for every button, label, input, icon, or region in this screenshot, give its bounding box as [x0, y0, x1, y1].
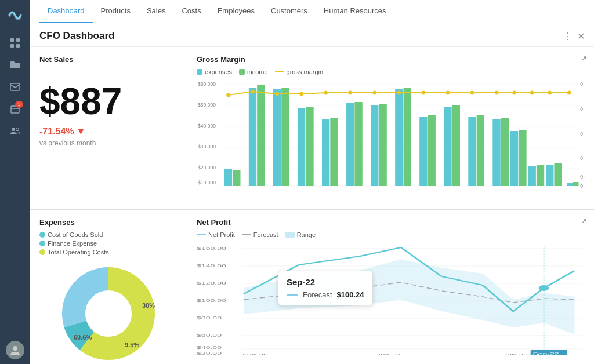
panel-title: CFO Dashboard [39, 30, 114, 42]
net-profit-line-icon [197, 234, 206, 235]
svg-rect-0 [10, 38, 14, 42]
cfo-dashboard-panel: CFO Dashboard ⋮ ✕ Net Sales $887 -71.54%… [30, 23, 594, 364]
svg-point-57 [324, 91, 328, 95]
svg-rect-3 [16, 44, 20, 48]
dashboard-content: CFO Dashboard ⋮ ✕ Net Sales $887 -71.54%… [30, 23, 594, 364]
svg-rect-42 [477, 115, 484, 186]
gross-margin-chart: $60,000 $50,000 $40,000 $30,000 $20,000 … [197, 79, 585, 191]
nav-sales[interactable]: Sales [139, 0, 174, 23]
svg-text:$20.00: $20.00 [197, 351, 222, 355]
forecast-legend-label: Forecast [253, 231, 278, 238]
legend-finance: Finance Expense [39, 240, 178, 247]
users-icon[interactable] [5, 122, 26, 140]
svg-text:$30,000: $30,000 [198, 144, 216, 150]
user-avatar[interactable] [6, 341, 24, 359]
range-area-icon [285, 232, 295, 238]
nav-customers[interactable]: Customers [263, 0, 316, 23]
calendar-badge: 3 [15, 101, 23, 108]
net-profit-expand-icon[interactable]: ↗ [581, 217, 587, 225]
svg-point-94 [86, 292, 131, 336]
expenses-card: Expenses Cost of Goods Sold Finance Expe… [30, 210, 187, 364]
svg-text:$40,000: $40,000 [198, 123, 216, 129]
svg-text:$60,000: $60,000 [198, 81, 216, 87]
svg-text:0.25: 0.25 [580, 81, 585, 87]
svg-text:0.05: 0.05 [580, 174, 585, 180]
legend-total-ops: Total Operating Costs [39, 249, 178, 256]
gross-margin-legend: expenses income gross margin [197, 68, 585, 75]
svg-rect-33 [371, 105, 378, 186]
gross-margin-title: Gross Margin [197, 55, 585, 64]
svg-rect-41 [468, 117, 476, 186]
legend-total-ops-label: Total Operating Costs [48, 249, 109, 256]
svg-point-65 [512, 91, 516, 95]
legend-gross-margin-label: gross margin [287, 68, 324, 75]
range-legend-label: Range [297, 231, 316, 238]
net-profit-card: Net Profit ↗ Net Profit Forecast [187, 210, 594, 364]
mail-icon[interactable] [5, 78, 26, 96]
expenses-title: Expenses [39, 218, 178, 227]
top-navigation: Dashboard Products Sales Costs Employees… [30, 0, 594, 23]
svg-text:0: 0 [580, 183, 583, 189]
svg-rect-4 [10, 83, 20, 90]
svg-rect-48 [537, 165, 544, 186]
svg-rect-32 [354, 102, 362, 186]
nav-employees[interactable]: Employees [209, 0, 263, 23]
nav-human-resources[interactable]: Human Resources [316, 0, 394, 23]
nav-products[interactable]: Products [93, 0, 139, 23]
net-sales-title: Net Sales [39, 55, 178, 64]
svg-rect-38 [428, 115, 436, 186]
legend-income-dot [239, 69, 245, 75]
donut-svg: 60.6% 30% 9.5% [56, 261, 161, 364]
folder-icon[interactable] [5, 56, 26, 74]
net-sales-card: Net Sales $887 -71.54% ▼ vs previous mon… [30, 47, 187, 209]
logo [5, 5, 26, 26]
svg-text:$50,000: $50,000 [198, 102, 216, 108]
nav-dashboard[interactable]: Dashboard [39, 0, 93, 23]
grid-icon[interactable] [5, 34, 26, 52]
svg-text:$80.00: $80.00 [197, 315, 222, 320]
expenses-legend: Cost of Goods Sold Finance Expense Total… [39, 231, 178, 256]
svg-rect-44 [501, 118, 509, 186]
svg-rect-1 [16, 38, 20, 42]
legend-income: income [239, 68, 267, 75]
nav-costs[interactable]: Costs [173, 0, 209, 23]
svg-point-61 [422, 91, 426, 95]
svg-rect-2 [10, 44, 14, 48]
svg-rect-52 [573, 182, 579, 186]
svg-text:Jun-22: Jun-22 [503, 352, 528, 355]
svg-rect-39 [444, 107, 451, 186]
gross-margin-card: Gross Margin ↗ expenses income [187, 47, 594, 209]
net-sales-change-value: -71.54% [39, 126, 74, 137]
more-options-icon[interactable]: ⋮ [563, 31, 573, 42]
svg-rect-46 [519, 130, 526, 186]
svg-text:$160.00: $160.00 [197, 246, 226, 250]
legend-forecast-line: Forecast [242, 231, 278, 238]
svg-rect-37 [419, 117, 427, 186]
close-icon[interactable]: ✕ [577, 31, 585, 42]
main-area: Dashboard Products Sales Costs Employees… [30, 0, 594, 364]
svg-point-59 [372, 91, 376, 95]
legend-range-area: Range [285, 231, 316, 238]
svg-rect-21 [224, 169, 232, 186]
down-arrow-icon: ▼ [77, 126, 86, 137]
svg-text:9.5%: 9.5% [125, 341, 139, 348]
svg-point-8 [13, 346, 17, 351]
svg-rect-35 [395, 89, 403, 186]
svg-point-56 [299, 92, 303, 96]
svg-rect-36 [403, 88, 411, 186]
svg-rect-49 [546, 165, 553, 186]
legend-finance-label: Finance Expense [48, 240, 97, 247]
svg-text:Aug-20: Aug-20 [241, 352, 267, 355]
calendar-icon[interactable]: 3 [5, 100, 26, 118]
svg-text:Jun-21: Jun-21 [376, 352, 401, 355]
svg-rect-29 [322, 119, 329, 186]
net-sales-value: $887 [39, 81, 178, 122]
expand-icon[interactable]: ↗ [581, 54, 587, 63]
svg-rect-24 [257, 85, 265, 186]
svg-point-58 [348, 91, 352, 95]
svg-text:$20,000: $20,000 [198, 165, 216, 170]
sidebar: 3 [0, 0, 30, 364]
svg-rect-40 [452, 105, 460, 186]
svg-rect-25 [273, 89, 281, 186]
legend-expenses-dot [197, 69, 202, 75]
